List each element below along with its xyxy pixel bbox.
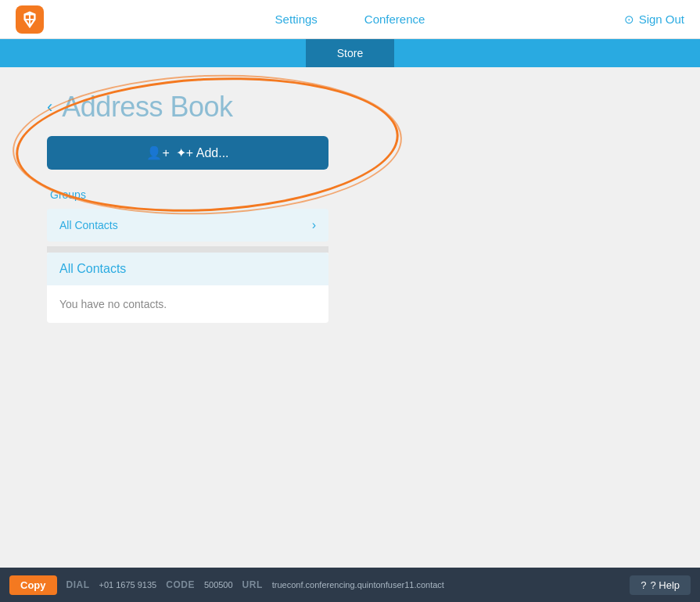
store-bar: Store bbox=[0, 39, 700, 67]
back-button[interactable]: ‹ bbox=[47, 97, 52, 117]
address-book-header: ‹ Address Book bbox=[47, 91, 653, 124]
add-contact-icon: 👤+ bbox=[146, 145, 169, 160]
url-label: URL bbox=[242, 579, 263, 590]
groups-label: Groups bbox=[47, 188, 653, 201]
chevron-right-icon: › bbox=[312, 218, 316, 232]
add-contact-button[interactable]: 👤+ ✦+ Add... bbox=[47, 136, 328, 170]
settings-link[interactable]: Settings bbox=[275, 13, 318, 26]
no-contacts-text: You have no contacts. bbox=[47, 285, 328, 323]
copy-button[interactable]: Copy bbox=[9, 575, 57, 595]
conference-link[interactable]: Conference bbox=[364, 13, 425, 26]
contacts-card-title: All Contacts bbox=[47, 253, 328, 285]
url-value: trueconf.conferencing.quintonfuser11.con… bbox=[272, 580, 444, 589]
app-logo bbox=[16, 5, 44, 34]
page-title: Address Book bbox=[62, 91, 232, 124]
code-label: CODE bbox=[166, 579, 195, 590]
dial-value: +01 1675 9135 bbox=[99, 580, 157, 589]
contacts-card: All Contacts You have no contacts. bbox=[47, 253, 328, 323]
sign-out-area[interactable]: ⊙ Sign Out bbox=[624, 13, 684, 27]
all-contacts-row-label: All Contacts bbox=[59, 219, 118, 231]
dial-label: DIAL bbox=[66, 579, 90, 590]
sign-out-label: Sign Out bbox=[639, 13, 684, 26]
help-label: ? Help bbox=[650, 579, 680, 591]
nav-links: Settings Conference bbox=[275, 13, 425, 26]
main-content: ‹ Address Book 👤+ ✦+ Add... Groups All C… bbox=[0, 67, 700, 346]
store-tab[interactable]: Store bbox=[306, 39, 394, 67]
add-contact-label: ✦+ Add... bbox=[176, 145, 229, 160]
help-button[interactable]: ? ? Help bbox=[630, 575, 691, 595]
code-value: 500500 bbox=[204, 580, 233, 589]
divider bbox=[47, 246, 328, 253]
bottom-bar: Copy DIAL +01 1675 9135 CODE 500500 URL … bbox=[0, 568, 700, 602]
help-icon: ? bbox=[641, 579, 646, 591]
all-contacts-row[interactable]: All Contacts › bbox=[47, 209, 328, 242]
sign-out-icon: ⊙ bbox=[624, 13, 634, 27]
top-nav: Settings Conference ⊙ Sign Out bbox=[0, 0, 700, 39]
